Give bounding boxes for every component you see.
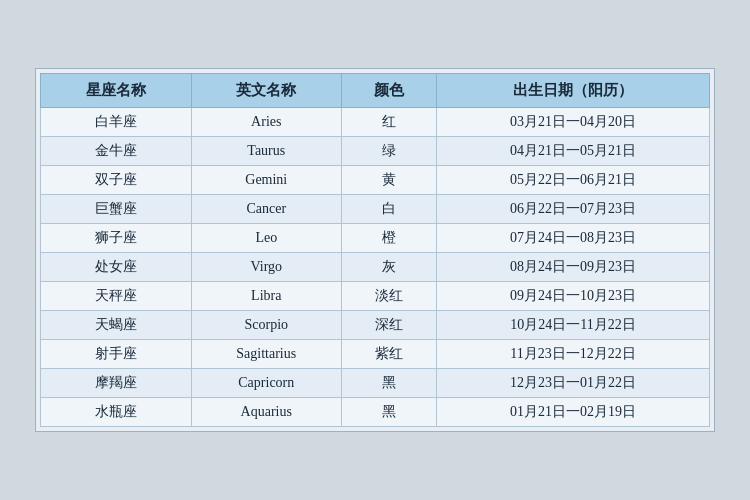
cell-dates: 05月22日一06月21日 xyxy=(436,166,709,195)
cell-chinese-name: 摩羯座 xyxy=(41,369,192,398)
cell-english-name: Virgo xyxy=(191,253,342,282)
table-row: 金牛座Taurus绿04月21日一05月21日 xyxy=(41,137,710,166)
cell-chinese-name: 天秤座 xyxy=(41,282,192,311)
cell-english-name: Capricorn xyxy=(191,369,342,398)
cell-dates: 11月23日一12月22日 xyxy=(436,340,709,369)
cell-color: 黄 xyxy=(342,166,437,195)
cell-dates: 09月24日一10月23日 xyxy=(436,282,709,311)
cell-color: 红 xyxy=(342,108,437,137)
col-header-color: 颜色 xyxy=(342,74,437,108)
table-row: 天秤座Libra淡红09月24日一10月23日 xyxy=(41,282,710,311)
table-row: 巨蟹座Cancer白06月22日一07月23日 xyxy=(41,195,710,224)
cell-dates: 04月21日一05月21日 xyxy=(436,137,709,166)
table-row: 水瓶座Aquarius黑01月21日一02月19日 xyxy=(41,398,710,427)
table-row: 双子座Gemini黄05月22日一06月21日 xyxy=(41,166,710,195)
cell-english-name: Aquarius xyxy=(191,398,342,427)
col-header-dates: 出生日期（阳历） xyxy=(436,74,709,108)
cell-english-name: Scorpio xyxy=(191,311,342,340)
zodiac-table: 星座名称 英文名称 颜色 出生日期（阳历） 白羊座Aries红03月21日一04… xyxy=(40,73,710,427)
col-header-chinese: 星座名称 xyxy=(41,74,192,108)
table-row: 天蝎座Scorpio深红10月24日一11月22日 xyxy=(41,311,710,340)
cell-dates: 03月21日一04月20日 xyxy=(436,108,709,137)
table-body: 白羊座Aries红03月21日一04月20日金牛座Taurus绿04月21日一0… xyxy=(41,108,710,427)
cell-english-name: Taurus xyxy=(191,137,342,166)
cell-chinese-name: 双子座 xyxy=(41,166,192,195)
table-row: 处女座Virgo灰08月24日一09月23日 xyxy=(41,253,710,282)
table-header-row: 星座名称 英文名称 颜色 出生日期（阳历） xyxy=(41,74,710,108)
cell-chinese-name: 巨蟹座 xyxy=(41,195,192,224)
cell-chinese-name: 处女座 xyxy=(41,253,192,282)
cell-chinese-name: 射手座 xyxy=(41,340,192,369)
cell-english-name: Libra xyxy=(191,282,342,311)
cell-chinese-name: 金牛座 xyxy=(41,137,192,166)
cell-color: 淡红 xyxy=(342,282,437,311)
cell-dates: 10月24日一11月22日 xyxy=(436,311,709,340)
table-row: 摩羯座Capricorn黑12月23日一01月22日 xyxy=(41,369,710,398)
cell-chinese-name: 天蝎座 xyxy=(41,311,192,340)
cell-english-name: Cancer xyxy=(191,195,342,224)
cell-chinese-name: 狮子座 xyxy=(41,224,192,253)
cell-dates: 06月22日一07月23日 xyxy=(436,195,709,224)
cell-english-name: Leo xyxy=(191,224,342,253)
table-row: 狮子座Leo橙07月24日一08月23日 xyxy=(41,224,710,253)
col-header-english: 英文名称 xyxy=(191,74,342,108)
cell-dates: 07月24日一08月23日 xyxy=(436,224,709,253)
cell-dates: 12月23日一01月22日 xyxy=(436,369,709,398)
zodiac-table-container: 星座名称 英文名称 颜色 出生日期（阳历） 白羊座Aries红03月21日一04… xyxy=(35,68,715,432)
cell-english-name: Aries xyxy=(191,108,342,137)
cell-chinese-name: 白羊座 xyxy=(41,108,192,137)
cell-chinese-name: 水瓶座 xyxy=(41,398,192,427)
cell-dates: 01月21日一02月19日 xyxy=(436,398,709,427)
cell-color: 黑 xyxy=(342,398,437,427)
cell-english-name: Gemini xyxy=(191,166,342,195)
cell-color: 紫红 xyxy=(342,340,437,369)
table-row: 射手座Sagittarius紫红11月23日一12月22日 xyxy=(41,340,710,369)
cell-english-name: Sagittarius xyxy=(191,340,342,369)
table-row: 白羊座Aries红03月21日一04月20日 xyxy=(41,108,710,137)
cell-dates: 08月24日一09月23日 xyxy=(436,253,709,282)
cell-color: 橙 xyxy=(342,224,437,253)
cell-color: 白 xyxy=(342,195,437,224)
cell-color: 黑 xyxy=(342,369,437,398)
cell-color: 绿 xyxy=(342,137,437,166)
cell-color: 深红 xyxy=(342,311,437,340)
cell-color: 灰 xyxy=(342,253,437,282)
